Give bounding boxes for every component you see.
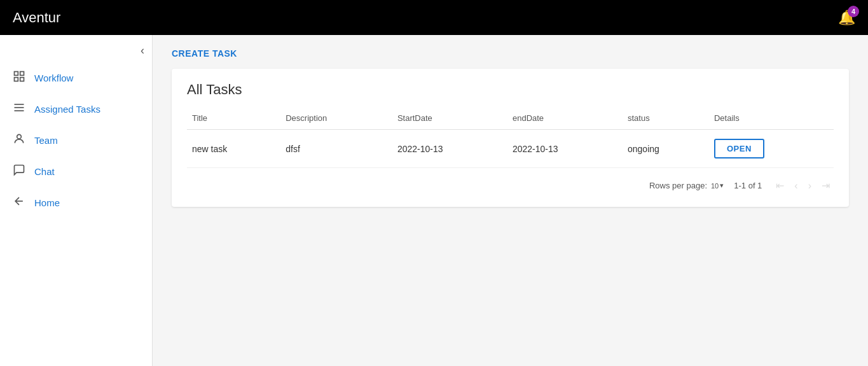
header-right: 🔔 4	[838, 10, 855, 26]
sidebar-item-label-workflow: Workflow	[34, 73, 73, 83]
cell-title: new task	[187, 130, 280, 168]
sidebar-item-label-assigned-tasks: Assigned Tasks	[34, 104, 100, 115]
tasks-table: Title Description StartDate endDate stat…	[187, 108, 834, 168]
prev-page-button[interactable]: ‹	[790, 178, 801, 194]
main-layout: ‹ Workflow Assigned Tasks Team Chat	[0, 35, 868, 366]
first-page-button[interactable]: ⇤	[772, 177, 788, 194]
rows-per-page-value: 10	[711, 182, 719, 190]
cell-start-date: 2022-10-13	[392, 130, 507, 168]
assigned-tasks-icon	[13, 101, 25, 117]
col-header-startdate: StartDate	[392, 108, 507, 130]
chat-icon	[13, 164, 25, 179]
sidebar-collapse-btn[interactable]: ‹	[0, 41, 152, 62]
page-title: All Tasks	[187, 81, 834, 98]
notification-badge: 4	[848, 6, 859, 17]
open-button[interactable]: OPEN	[714, 139, 764, 158]
svg-rect-3	[20, 78, 24, 81]
col-header-description: Description	[280, 108, 392, 130]
sidebar-item-label-team: Team	[34, 135, 58, 146]
svg-rect-2	[15, 78, 18, 81]
col-header-title: Title	[187, 108, 280, 130]
rows-per-page-label: Rows per page:	[649, 181, 707, 190]
page-info: 1-1 of 1	[734, 181, 762, 190]
home-back-icon	[13, 195, 25, 211]
team-icon	[13, 132, 25, 148]
sidebar-item-label-chat: Chat	[34, 166, 55, 177]
col-header-status: status	[623, 108, 709, 130]
sidebar: ‹ Workflow Assigned Tasks Team Chat	[0, 35, 153, 366]
header: Aventur 🔔 4	[0, 0, 868, 35]
next-page-button[interactable]: ›	[804, 178, 815, 194]
cell-action: OPEN	[709, 130, 834, 168]
rows-per-page-container: Rows per page: 10 ▾	[649, 181, 724, 190]
svg-rect-0	[15, 72, 18, 76]
last-page-button[interactable]: ⇥	[818, 177, 834, 194]
create-task-button[interactable]: CREATE TASK	[172, 48, 237, 59]
cell-status: ongoing	[623, 130, 709, 168]
content-area: CREATE TASK All Tasks Title Description …	[153, 35, 868, 366]
table-row: new task dfsf 2022-10-13 2022-10-13 ongo…	[187, 130, 834, 168]
svg-rect-1	[20, 72, 24, 76]
sidebar-item-workflow[interactable]: Workflow	[0, 62, 152, 94]
sidebar-item-home[interactable]: Home	[0, 187, 152, 218]
cell-description: dfsf	[280, 130, 392, 168]
col-header-enddate: endDate	[507, 108, 623, 130]
collapse-icon[interactable]: ‹	[141, 44, 144, 57]
tasks-card: All Tasks Title Description StartDate en…	[172, 69, 849, 207]
svg-point-7	[17, 134, 22, 139]
sidebar-item-assigned-tasks[interactable]: Assigned Tasks	[0, 94, 152, 125]
cell-end-date: 2022-10-13	[507, 130, 623, 168]
sidebar-item-team[interactable]: Team	[0, 125, 152, 156]
app-title: Aventur	[13, 10, 60, 26]
rows-dropdown-icon[interactable]: ▾	[720, 181, 724, 190]
sidebar-item-chat[interactable]: Chat	[0, 156, 152, 187]
table-header-row: Title Description StartDate endDate stat…	[187, 108, 834, 130]
pagination-row: Rows per page: 10 ▾ 1-1 of 1 ⇤ ‹ › ⇥	[187, 168, 834, 194]
workflow-icon	[13, 70, 25, 86]
pagination-controls: ⇤ ‹ › ⇥	[772, 177, 834, 194]
sidebar-item-label-home: Home	[34, 197, 60, 208]
rows-per-page-select[interactable]: 10 ▾	[711, 181, 724, 190]
col-header-details: Details	[709, 108, 834, 130]
